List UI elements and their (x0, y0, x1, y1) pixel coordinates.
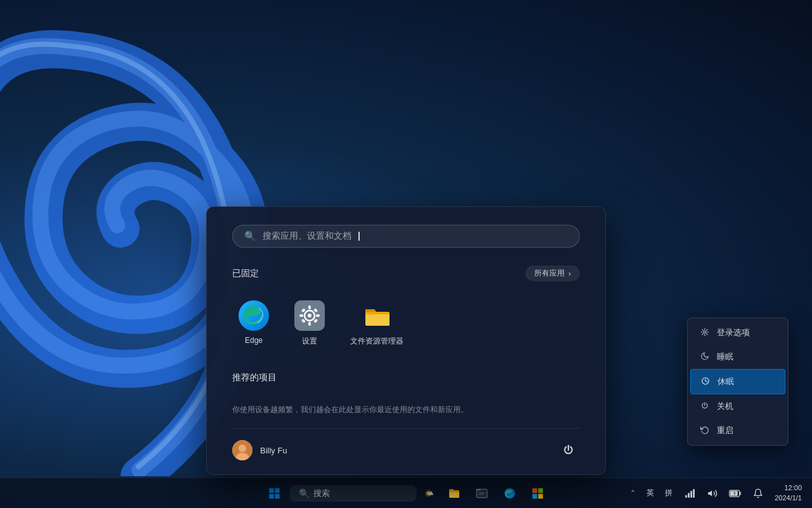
svg-rect-4 (308, 305, 311, 309)
login-options-icon (700, 328, 709, 338)
time: 12:00 (784, 483, 802, 493)
cursor (358, 232, 360, 241)
edge-label: Edge (245, 336, 263, 345)
svg-rect-29 (538, 493, 543, 498)
svg-rect-27 (538, 488, 543, 493)
pinned-title: 已固定 (232, 268, 259, 279)
taskbar-search-label: 搜索 (313, 488, 330, 499)
pinned-apps-grid: Edge 设置 (232, 294, 580, 353)
svg-rect-17 (269, 488, 274, 493)
svg-point-15 (704, 331, 706, 333)
hibernate-label: 休眠 (717, 376, 734, 387)
search-text: 搜索应用、设置和文档 (263, 231, 351, 242)
sleep-icon (700, 352, 709, 363)
svg-rect-19 (269, 493, 274, 498)
pinned-app-edge[interactable]: Edge (232, 294, 275, 353)
shutdown-item[interactable]: 关机 (688, 394, 788, 418)
taskbar-file-explorer[interactable] (442, 481, 467, 506)
start-button[interactable] (262, 481, 287, 506)
volume-icon[interactable] (704, 485, 721, 502)
recommended-header: 推荐的项目 (232, 372, 580, 391)
svg-rect-5 (308, 322, 311, 326)
svg-point-0 (239, 300, 269, 331)
svg-rect-31 (688, 493, 690, 497)
pinned-section-header: 已固定 所有应用 › (232, 265, 580, 281)
recommended-description: 你使用设备越频繁，我们越会在此处显示你最近使用的文件和新应用。 (232, 404, 580, 415)
restart-icon (700, 425, 709, 436)
network-icon[interactable] (681, 485, 698, 502)
svg-rect-30 (686, 495, 688, 497)
lang-cn[interactable]: 拼 (662, 486, 676, 500)
explorer-icon (362, 300, 392, 331)
explorer-label: 文件资源管理器 (350, 336, 403, 347)
settings-icon (294, 300, 325, 331)
edge-icon (239, 300, 269, 331)
recommended-section: 推荐的项目 你使用设备越频繁，我们越会在此处显示你最近使用的文件和新应用。 (232, 372, 580, 415)
svg-point-3 (308, 314, 311, 318)
restart-label: 重启 (717, 425, 733, 436)
svg-rect-28 (532, 493, 537, 498)
taskbar-search-icon: 🔍 (299, 488, 310, 498)
user-name: Billy Fu (260, 446, 287, 455)
svg-rect-35 (740, 491, 742, 495)
all-apps-button[interactable]: 所有应用 › (525, 265, 580, 281)
restart-item[interactable]: 重启 (688, 418, 788, 443)
taskbar-search[interactable]: 🔍 搜索 (290, 485, 417, 502)
sleep-item[interactable]: 睡眠 (688, 345, 788, 369)
pinned-app-settings[interactable]: 设置 (288, 294, 331, 353)
power-button[interactable] (557, 439, 580, 462)
recommended-title: 推荐的项目 (232, 372, 277, 384)
lang-en[interactable]: 英 (644, 486, 657, 500)
svg-rect-18 (275, 488, 280, 493)
hibernate-item[interactable]: 休眠 (690, 369, 785, 394)
svg-rect-26 (532, 488, 537, 493)
taskbar-store[interactable] (525, 481, 551, 506)
start-menu-footer: Billy Fu (232, 428, 580, 462)
start-menu: 🔍 搜索应用、设置和文档 已固定 所有应用 › (206, 206, 606, 475)
svg-point-13 (239, 444, 246, 452)
svg-rect-20 (275, 493, 280, 498)
shutdown-label: 关机 (717, 401, 733, 412)
taskbar-folder[interactable] (469, 481, 495, 506)
taskbar-weather[interactable]: 🌤️ (419, 481, 439, 506)
login-options-item[interactable]: 登录选项 (688, 321, 788, 345)
time-display[interactable]: 12:00 2024/1/1 (775, 483, 802, 503)
svg-rect-32 (691, 491, 693, 498)
notification-icon[interactable] (749, 485, 767, 502)
user-info[interactable]: Billy Fu (232, 440, 287, 460)
taskbar-center: 🔍 搜索 🌤️ (262, 481, 551, 506)
pinned-app-explorer[interactable]: 文件资源管理器 (344, 294, 410, 353)
svg-rect-6 (299, 314, 303, 317)
battery-icon[interactable] (726, 485, 744, 502)
svg-rect-22 (476, 489, 481, 491)
tray-expand[interactable]: ⌃ (626, 487, 639, 500)
weather-icon: 🌤️ (424, 489, 434, 498)
taskbar-edge[interactable] (497, 481, 523, 506)
all-apps-label: 所有应用 (534, 268, 565, 279)
shutdown-icon (700, 401, 709, 412)
user-avatar (232, 440, 252, 460)
search-bar[interactable]: 🔍 搜索应用、设置和文档 (232, 225, 580, 248)
search-icon: 🔍 (244, 231, 256, 242)
taskbar-right: ⌃ 英 拼 (626, 483, 802, 503)
taskbar: 🔍 搜索 🌤️ (0, 478, 812, 508)
settings-label: 设置 (302, 336, 317, 347)
power-context-menu: 登录选项 睡眠 休眠 关机 (687, 318, 789, 446)
all-apps-arrow: › (568, 269, 571, 278)
svg-rect-33 (693, 489, 695, 497)
hibernate-icon (701, 377, 710, 387)
login-options-label: 登录选项 (717, 327, 750, 338)
sleep-label: 睡眠 (717, 351, 733, 363)
date: 2024/1/1 (775, 493, 802, 503)
svg-rect-7 (316, 314, 320, 317)
